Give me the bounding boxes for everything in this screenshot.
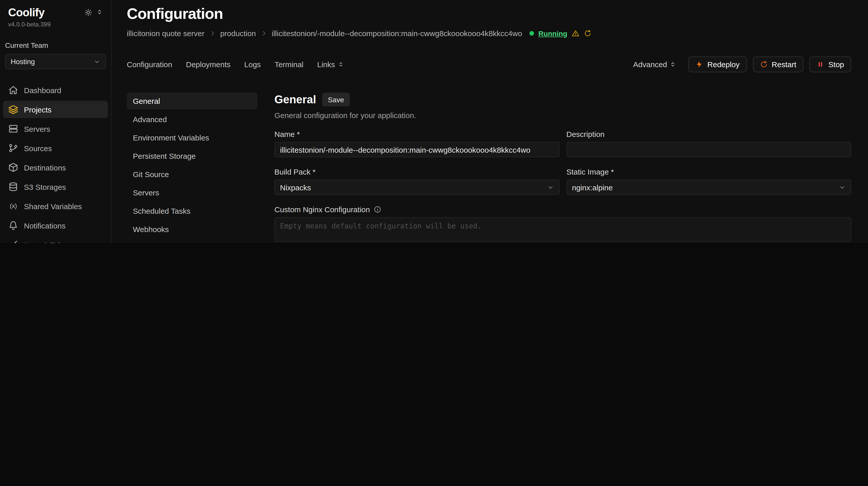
nginx-config-textarea[interactable] <box>274 217 851 242</box>
sidebar-item-projects[interactable]: Projects <box>3 101 108 118</box>
pause-icon <box>816 61 824 68</box>
brand-icons <box>85 9 103 16</box>
info-icon[interactable] <box>373 205 381 213</box>
breadcrumb-environment[interactable]: production <box>220 29 256 38</box>
layers-icon <box>8 104 18 115</box>
team-select-value: Hosting <box>11 58 35 66</box>
sidebar-item-dashboard[interactable]: Dashboard <box>3 82 108 99</box>
sidebar-item-sources[interactable]: Sources <box>3 139 108 157</box>
status-dot <box>529 31 534 36</box>
nginx-config-label: Custom Nginx Configuration <box>274 205 370 214</box>
breadcrumb-project[interactable]: illicitonion quote server <box>127 29 205 38</box>
tab-terminal[interactable]: Terminal <box>275 60 303 69</box>
static-image-field-group: Static Image * nginx:alpine <box>566 157 851 195</box>
current-team-label: Current Team <box>0 41 111 50</box>
server-icon <box>8 124 18 134</box>
updown-chevrons-icon <box>670 61 676 68</box>
chevron-down-icon <box>839 184 846 191</box>
static-image-select[interactable]: nginx:alpine <box>566 180 851 195</box>
coolify-app: Coolify v4.0.0-beta.399 Current Team Hos… <box>0 0 868 243</box>
name-label: Name * <box>274 130 559 138</box>
sidebar: Coolify v4.0.0-beta.399 Current Team Hos… <box>0 0 112 243</box>
description-input[interactable] <box>566 142 851 157</box>
redeploy-button[interactable]: Redeploy <box>688 57 747 72</box>
sidebar-item-label: Destinations <box>24 163 66 172</box>
config-nav-environment-variables[interactable]: Environment Variables <box>127 129 257 146</box>
theme-sun-icon[interactable] <box>85 9 92 16</box>
sidebar-item-keys-tokens[interactable]: Keys & Tokens <box>3 236 108 243</box>
tab-links[interactable]: Links <box>317 60 344 69</box>
config-nav-scheduled-tasks[interactable]: Scheduled Tasks <box>127 202 257 219</box>
tab-configuration[interactable]: Configuration <box>127 60 172 69</box>
description-label: Description <box>566 130 851 138</box>
git-branch-icon <box>8 143 18 153</box>
page-title: Configuration <box>127 5 851 22</box>
cube-icon <box>8 162 18 172</box>
restart-label: Restart <box>772 60 797 69</box>
config-nav-advanced[interactable]: Advanced <box>127 111 257 128</box>
general-section-head: General Save <box>274 93 851 106</box>
config-nav-git-source[interactable]: Git Source <box>127 166 257 183</box>
sidebar-item-shared-variables[interactable]: (x) Shared Variables <box>3 197 108 215</box>
refresh-icon[interactable] <box>584 30 592 37</box>
tabbar-actions: Advanced Redeploy Restart Stop <box>633 57 851 72</box>
redeploy-label: Redeploy <box>707 60 740 69</box>
sidebar-item-label: Notifications <box>24 221 65 230</box>
general-form: General Save General configuration for y… <box>274 93 851 243</box>
breadcrumb: illicitonion quote server production ill… <box>127 29 851 38</box>
stop-button[interactable]: Stop <box>809 57 851 72</box>
team-select[interactable]: Hosting <box>5 54 106 69</box>
sidebar-item-label: Dashboard <box>24 86 61 94</box>
description-field-group: Description <box>566 120 851 157</box>
sidebar-item-label: S3 Storages <box>24 183 66 191</box>
sidebar-collapse-icon[interactable] <box>96 9 103 15</box>
sidebar-item-label: Projects <box>24 105 52 114</box>
status-running-link[interactable]: Running <box>538 29 567 37</box>
sidebar-item-s3-storages[interactable]: S3 Storages <box>3 178 108 195</box>
sidebar-item-notifications[interactable]: Notifications <box>3 217 108 234</box>
sidebar-item-servers[interactable]: Servers <box>3 120 108 137</box>
breadcrumb-application[interactable]: illicitestonion/-module--decomposition:m… <box>272 29 522 38</box>
tabs: Configuration Deployments Logs Terminal … <box>127 60 344 69</box>
sidebar-item-label: Keys & Tokens <box>24 240 74 243</box>
advanced-dropdown[interactable]: Advanced <box>633 60 676 69</box>
updown-chevrons-icon <box>338 61 344 68</box>
sidebar-item-label: Servers <box>24 124 50 133</box>
name-input[interactable] <box>274 142 559 157</box>
stop-label: Stop <box>828 60 844 69</box>
sidebar-item-label: Shared Variables <box>24 202 82 210</box>
chevron-down-icon <box>547 184 554 191</box>
home-icon <box>8 85 18 95</box>
config-nav-servers[interactable]: Servers <box>127 184 257 201</box>
sidebar-item-destinations[interactable]: Destinations <box>3 159 108 176</box>
config-nav-webhooks[interactable]: Webhooks <box>127 221 257 238</box>
tab-deployments[interactable]: Deployments <box>186 60 230 69</box>
key-icon <box>8 240 18 243</box>
config-nav-persistent-storage[interactable]: Persistent Storage <box>127 148 257 164</box>
chevron-down-icon <box>94 58 100 65</box>
advanced-label: Advanced <box>633 60 667 69</box>
brand-title: Coolify <box>8 6 44 19</box>
tabbar: Configuration Deployments Logs Terminal … <box>127 57 851 72</box>
warning-icon <box>572 30 580 37</box>
tab-logs[interactable]: Logs <box>244 60 261 69</box>
chevron-right-icon <box>209 30 216 37</box>
config-nav-general[interactable]: General <box>127 93 257 109</box>
config-nav: General Advanced Environment Variables P… <box>127 93 257 243</box>
nginx-config-label-row: Custom Nginx Configuration <box>274 205 851 214</box>
config-nav-preview-deployments[interactable]: Preview Deployments <box>127 239 257 243</box>
chevron-right-icon <box>260 30 267 37</box>
save-button[interactable]: Save <box>322 93 350 106</box>
configuration-content: General Advanced Environment Variables P… <box>127 93 851 243</box>
build-pack-label: Build Pack * <box>274 167 559 176</box>
tab-links-label: Links <box>317 60 335 69</box>
restart-button[interactable]: Restart <box>753 57 804 72</box>
static-image-value: nginx:alpine <box>572 183 613 192</box>
variables-icon: (x) <box>8 201 18 211</box>
name-field-group: Name * <box>274 120 559 157</box>
brand-row: Coolify <box>0 6 111 19</box>
database-icon <box>8 182 18 192</box>
bell-icon <box>8 220 18 230</box>
sidebar-nav: Dashboard Projects Servers Sources Desti… <box>0 82 111 243</box>
build-pack-select[interactable]: Nixpacks <box>274 180 559 195</box>
